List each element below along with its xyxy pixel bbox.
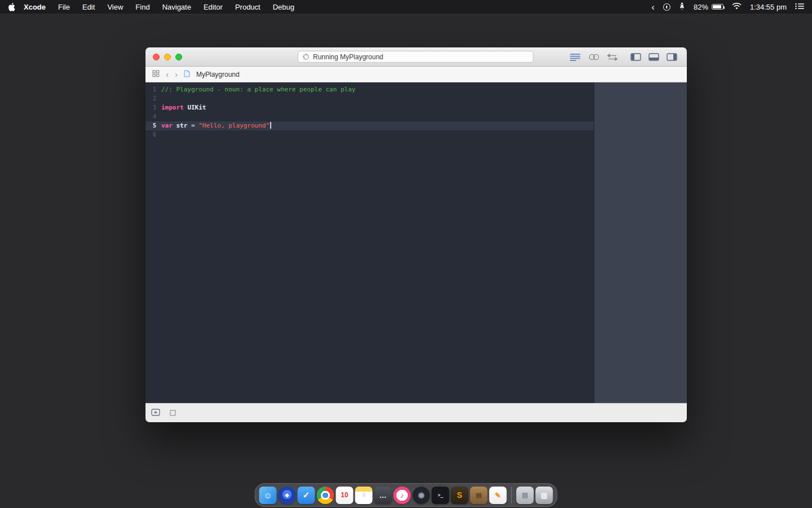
dock-icon-notes[interactable]: ≡ <box>355 487 373 504</box>
apple-icon <box>8 3 15 11</box>
close-window-button[interactable] <box>153 54 160 60</box>
toggle-navigator-panel-button[interactable] <box>630 53 641 63</box>
text-cursor <box>270 122 271 129</box>
window-bottom-bar <box>145 403 687 422</box>
menu-find[interactable]: Find <box>129 3 156 11</box>
dock-icons: ☺◆✓10≡…♪◉>_S▤✎▤▥ <box>259 487 553 504</box>
menu-view[interactable]: View <box>101 3 129 11</box>
menu-bar-left: Xcode FileEditViewFindNavigateEditorProd… <box>8 3 301 11</box>
battery-icon <box>712 4 723 10</box>
menu-bar-status: ‹ 82% 1:34:55 pm <box>651 2 804 12</box>
menu-file[interactable]: File <box>52 3 76 11</box>
status-circle-icon[interactable] <box>663 3 670 11</box>
dock-icon-music[interactable]: ♪ <box>394 487 411 504</box>
progress-spinner-icon <box>303 54 309 60</box>
dock-icon-terminal[interactable]: >_ <box>432 487 449 504</box>
source-editor[interactable]: 1//: Playground - noun: a place where pe… <box>145 82 594 403</box>
battery-status[interactable]: 82% <box>694 3 723 11</box>
dock: ☺◆✓10≡…♪◉>_S▤✎▤▥ <box>255 483 558 507</box>
code-lines: 1//: Playground - noun: a place where pe… <box>145 85 594 139</box>
dock-icon-messages[interactable]: … <box>374 487 392 504</box>
dock-icon-calendar[interactable]: 10 <box>336 487 354 504</box>
battery-fill <box>713 5 721 8</box>
menu-editor[interactable]: Editor <box>197 3 229 11</box>
zoom-window-button[interactable] <box>175 54 182 60</box>
code-text: //: Playground - noun: a place where peo… <box>161 85 355 94</box>
toggle-inspector-panel-button[interactable] <box>667 53 677 63</box>
back-chevron-icon[interactable]: ‹ <box>166 70 169 78</box>
code-line-1[interactable]: 1//: Playground - noun: a place where pe… <box>145 85 594 94</box>
code-text: var str = "Hello, playground" <box>161 121 271 130</box>
show-debug-area-button[interactable] <box>151 408 160 418</box>
rocket-icon[interactable] <box>679 2 685 12</box>
code-text: import UIKit <box>161 103 206 112</box>
activity-status-text: Running MyPlayground <box>313 53 383 61</box>
notification-list-icon[interactable] <box>795 3 804 11</box>
activity-viewer: Running MyPlayground <box>298 51 533 63</box>
line-number: 4 <box>145 112 161 121</box>
menu-product[interactable]: Product <box>229 3 267 11</box>
playground-results-sidebar <box>594 82 687 403</box>
window-titlebar[interactable]: Running MyPlayground <box>145 47 687 67</box>
menu-bar-clock[interactable]: 1:34:55 pm <box>750 3 787 11</box>
dock-icon-sublime-text[interactable]: S <box>451 487 469 504</box>
dock-icon-pen-app[interactable]: ✎ <box>489 487 507 504</box>
wifi-icon[interactable] <box>732 3 742 11</box>
code-line-2[interactable]: 2 <box>145 94 594 103</box>
playground-file-icon <box>184 69 190 80</box>
dock-icon-camera[interactable]: ◉ <box>413 487 430 504</box>
code-line-5[interactable]: 5var str = "Hello, playground" <box>145 121 594 130</box>
dock-icon-tasks-check[interactable]: ✓ <box>298 487 315 504</box>
xcode-window: Running MyPlayground <box>145 47 687 422</box>
standard-editor-button[interactable] <box>570 53 581 63</box>
editor-content: 1//: Playground - noun: a place where pe… <box>145 82 687 403</box>
line-number: 2 <box>145 94 161 103</box>
dock-icon-notebook[interactable]: ▤ <box>470 487 488 504</box>
line-number: 6 <box>145 130 161 139</box>
breakpoints-toggle-button[interactable] <box>170 408 176 418</box>
battery-percent: 82% <box>694 3 708 11</box>
menu-bar-menus: FileEditViewFindNavigateEditorProductDeb… <box>52 3 301 11</box>
related-items-grid-icon[interactable] <box>152 69 160 80</box>
line-number: 3 <box>145 103 161 112</box>
menu-bar: Xcode FileEditViewFindNavigateEditorProd… <box>0 0 812 14</box>
jump-bar-file-name[interactable]: MyPlayground <box>196 71 240 78</box>
forward-chevron-icon[interactable]: › <box>175 70 178 78</box>
dock-icon-safari[interactable]: ◆ <box>279 487 296 504</box>
line-number: 1 <box>145 85 161 94</box>
apple-menu[interactable] <box>8 3 15 11</box>
menu-app-name[interactable]: Xcode <box>17 3 52 11</box>
code-line-6[interactable]: 6 <box>145 130 594 139</box>
dock-separator <box>511 487 512 503</box>
code-line-3[interactable]: 3import UIKit <box>145 103 594 112</box>
version-editor-button[interactable] <box>607 53 618 63</box>
battery-nub <box>723 6 725 9</box>
menu-navigate[interactable]: Navigate <box>156 3 197 11</box>
toggle-debug-panel-button[interactable] <box>648 53 659 63</box>
dock-icon-finder[interactable]: ☺ <box>259 487 277 504</box>
minimize-window-button[interactable] <box>164 54 171 60</box>
line-number: 5 <box>145 121 161 130</box>
dock-icon-trash[interactable]: ▥ <box>536 487 553 504</box>
assistant-editor-button[interactable] <box>589 53 599 63</box>
dock-icon-chrome[interactable] <box>317 487 334 504</box>
collapse-status-chevron-icon[interactable]: ‹ <box>651 2 655 12</box>
jump-bar: ‹ › MyPlayground <box>145 67 687 82</box>
code-line-4[interactable]: 4 <box>145 112 594 121</box>
menu-edit[interactable]: Edit <box>76 3 101 11</box>
dock-icon-documents-stack[interactable]: ▤ <box>517 487 534 504</box>
menu-debug[interactable]: Debug <box>267 3 301 11</box>
